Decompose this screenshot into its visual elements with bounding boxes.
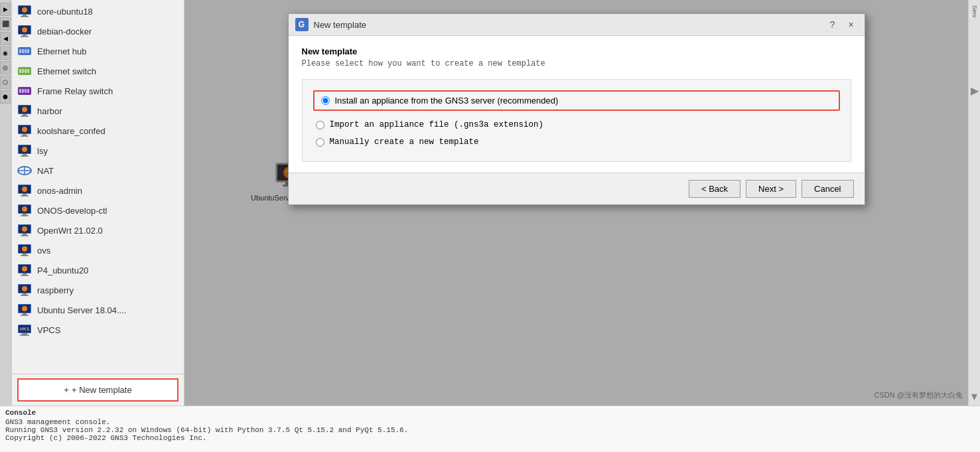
monitor-icon: [17, 243, 32, 258]
sidebar-item-label: VPCS: [37, 325, 60, 335]
monitor-icon: [17, 283, 32, 297]
monitor-icon: [17, 183, 32, 198]
sidebar-item-label: NAT: [37, 166, 54, 176]
sidebar-item-label: Ethernet switch: [37, 66, 96, 76]
device-sidebar: core-ubuntu18 debian-docker Ethernet hub…: [12, 0, 184, 406]
svg-rect-45: [23, 194, 27, 195]
modal-close-button[interactable]: ×: [845, 18, 858, 31]
sidebar-item-debian-docker[interactable]: debian-docker: [12, 21, 184, 41]
cancel-button[interactable]: Cancel: [802, 180, 853, 198]
monitor-icon: [17, 303, 32, 317]
sidebar-item-ethernet-switch[interactable]: Ethernet switch: [12, 61, 184, 81]
sidebar-item-nat[interactable]: NAT: [12, 161, 184, 181]
console-panel: Console GNS3 management console.Running …: [0, 406, 980, 452]
new-template-button[interactable]: + + New template: [17, 378, 178, 402]
label-opt-import[interactable]: Import an appliance file (.gns3a extensi…: [330, 120, 544, 129]
sidebar-item-koolshare-confed[interactable]: koolshare_confed: [12, 121, 184, 141]
svg-text:VPCS: VPCS: [20, 327, 30, 331]
svg-rect-2: [23, 15, 27, 16]
radio-opt-appliance[interactable]: [321, 96, 330, 105]
svg-rect-56: [21, 235, 29, 236]
sidebar-item-label: ovs: [37, 246, 50, 256]
svg-rect-33: [21, 135, 29, 137]
sidebar-item-core-ubuntu18[interactable]: core-ubuntu18: [12, 1, 184, 21]
svg-rect-24: [27, 89, 29, 93]
new-template-label: + New template: [72, 385, 132, 395]
svg-point-34: [22, 127, 27, 132]
monitor-icon: [17, 24, 32, 38]
modal-help-button[interactable]: ?: [826, 18, 839, 31]
radio-opt-manual[interactable]: [316, 138, 324, 147]
console-title: Console: [5, 409, 975, 417]
svg-point-67: [22, 266, 27, 271]
sidebar-item-harbor[interactable]: harbor: [12, 101, 184, 121]
sidebar-footer: + + New template: [12, 374, 184, 406]
next-button[interactable]: Next >: [746, 180, 796, 198]
edge-btn-6[interactable]: ⬡: [0, 76, 11, 89]
svg-point-47: [22, 187, 27, 192]
svg-rect-19: [27, 69, 29, 73]
monitor-icon: [17, 104, 32, 118]
edge-btn-2[interactable]: ⬛: [0, 17, 11, 31]
sidebar-item-label: debian-docker: [37, 27, 92, 37]
sidebar-item-lsy[interactable]: lsy: [12, 141, 184, 161]
sidebar-item-onos-admin[interactable]: onos-admin: [12, 181, 184, 200]
sidebar-item-p4-ubuntu20[interactable]: P4_ubuntu20: [12, 260, 184, 280]
sidebar-item-label: Ethernet hub: [37, 46, 86, 56]
edge-btn-1[interactable]: ▶: [0, 3, 11, 16]
edge-btn-5[interactable]: ◎: [0, 61, 11, 74]
svg-rect-28: [21, 115, 29, 117]
right-panel-arrow[interactable]: ▶: [971, 84, 979, 97]
svg-rect-17: [22, 69, 24, 73]
svg-rect-60: [23, 254, 27, 255]
svg-point-4: [22, 7, 27, 13]
svg-point-9: [22, 27, 27, 33]
label-opt-manual[interactable]: Manually create a new template: [330, 137, 479, 147]
svg-rect-11: [19, 49, 21, 53]
sidebar-item-onos-develop-ctl[interactable]: ONOS-develop-ctl: [12, 200, 184, 220]
svg-point-72: [22, 286, 27, 291]
svg-rect-81: [22, 333, 27, 335]
monitor-icon: [17, 143, 32, 158]
svg-rect-46: [21, 195, 29, 196]
sidebar-item-frame-relay-switch[interactable]: Frame Relay switch: [12, 81, 184, 101]
switch-icon: [17, 64, 32, 78]
svg-rect-21: [19, 89, 21, 93]
sidebar-item-label: harbor: [37, 106, 62, 116]
sidebar-item-ovs[interactable]: ovs: [12, 240, 184, 260]
svg-rect-3: [21, 16, 29, 17]
svg-rect-32: [23, 134, 27, 135]
console-lines: GNS3 management console.Running GNS3 ver…: [5, 418, 975, 442]
svg-point-39: [22, 147, 27, 152]
modal-content-area: Install an appliance from the GNS3 serve…: [302, 79, 851, 162]
modal-header-subtitle: Please select how you want to create a n…: [302, 59, 851, 68]
sidebar-item-label: onos-admin: [37, 186, 82, 196]
sidebar-item-openwrt[interactable]: OpenWrt 21.02.0: [12, 220, 184, 240]
svg-rect-12: [22, 49, 24, 53]
option-row-opt-manual: Manually create a new template: [313, 133, 840, 151]
svg-rect-50: [23, 214, 27, 215]
edge-btn-3[interactable]: ◀: [0, 32, 11, 45]
edge-btn-7[interactable]: ⬢: [0, 90, 11, 104]
console-line: GNS3 management console.: [5, 418, 975, 426]
sidebar-item-label: raspberry: [37, 285, 74, 295]
nat-icon: [17, 163, 32, 178]
label-opt-appliance[interactable]: Install an appliance from the GNS3 serve…: [335, 96, 559, 106]
sidebar-item-ethernet-hub[interactable]: Ethernet hub: [12, 41, 184, 61]
modal-titlebar: G New template ? ×: [289, 14, 865, 36]
monitor-icon: [17, 203, 32, 218]
radio-opt-import[interactable]: [316, 121, 324, 129]
sidebar-item-vpcs[interactable]: VPCS VPCS: [12, 320, 184, 340]
back-button[interactable]: < Back: [689, 180, 740, 198]
edge-btn-4[interactable]: ◉: [0, 46, 11, 60]
sidebar-item-raspberry[interactable]: raspberry: [12, 280, 184, 300]
sidebar-item-label: P4_ubuntu20: [37, 265, 88, 275]
sidebar-item-ubuntu-server[interactable]: Ubuntu Server 18.04....: [12, 300, 184, 320]
sidebar-item-label: Frame Relay switch: [37, 86, 113, 96]
vpcs-icon: VPCS: [17, 323, 32, 337]
right-panel-down-arrow[interactable]: ▼: [969, 391, 980, 403]
svg-rect-13: [25, 49, 27, 53]
sidebar-item-label: OpenWrt 21.02.0: [37, 226, 103, 236]
modal-footer: < Back Next > Cancel: [289, 173, 865, 204]
modal-title-icon: G: [295, 18, 309, 31]
